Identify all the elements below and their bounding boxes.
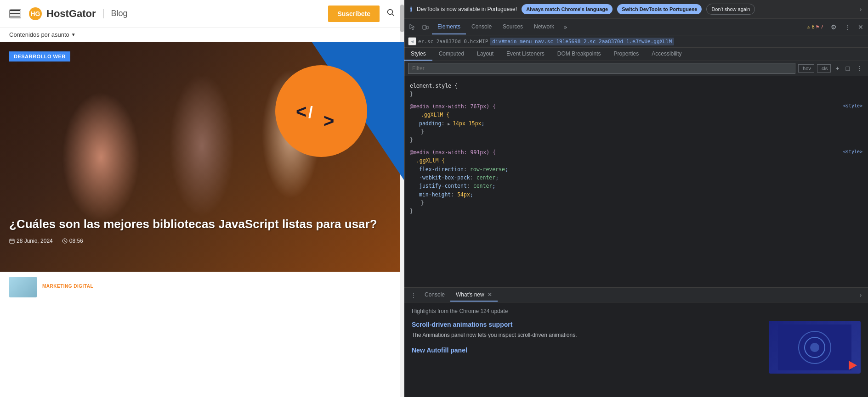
svg-point-19 <box>810 343 819 352</box>
logo-text: HostGator <box>46 8 96 20</box>
clock-icon <box>62 238 68 244</box>
info-icon: ℹ <box>410 6 412 13</box>
teaser-info: MARKETING DIGITAL <box>42 284 93 291</box>
hero-time: 08:56 <box>62 238 83 244</box>
subtab-accessibility[interactable]: Accessibility <box>645 48 688 61</box>
blog-text: Blog <box>111 9 128 18</box>
hero-date: 28 Junio, 2024 <box>9 238 53 244</box>
subtab-layout[interactable]: Layout <box>471 48 500 61</box>
bottom-tabs-more[interactable]: ⋮ <box>408 292 419 298</box>
subtab-styles[interactable]: Styles <box>404 48 432 61</box>
css-close-brace-1: } <box>410 91 413 97</box>
element-path: ◂ er.sc-2aa8370d-0.hcxMIP div#main-menu-… <box>404 35 868 48</box>
svg-rect-14 <box>423 25 426 29</box>
svg-rect-7 <box>10 239 14 243</box>
css-rule-media-991: @media (max-width: 991px) { <style> .ggX… <box>404 146 868 218</box>
scroll-thumb[interactable] <box>400 5 404 32</box>
device-icon <box>422 23 429 31</box>
play-button-icon <box>849 361 857 370</box>
site-header: HG HostGator Blog Suscríbete <box>0 0 404 28</box>
close-devtools-button[interactable]: ✕ <box>855 22 866 33</box>
bottom-expand-button[interactable]: › <box>857 291 864 299</box>
notification-text: DevTools is now available in Portuguese! <box>417 6 517 12</box>
tab-elements[interactable]: Elements <box>432 20 466 34</box>
hero-image: < / > DESARROLLO WEB ¿Cuáles son las mej… <box>0 42 404 272</box>
pseudo-class-button[interactable]: :hov <box>798 64 814 73</box>
path-item-1[interactable]: er.sc-2aa8370d-0.hcxMIP <box>418 39 488 45</box>
nav-label-text: Contenidos por asunto <box>9 31 69 38</box>
header-right: Suscríbete <box>328 6 395 22</box>
cls-button[interactable]: .cls <box>817 64 831 73</box>
header-left: HG HostGator Blog <box>9 6 128 21</box>
bottom-tabs: ⋮ Console What's new ✕ › <box>404 288 868 302</box>
devtools-settings: ⚠ 8 ⚑ 7 ⚙ ⋮ ✕ <box>805 22 867 33</box>
css-outer-close-991: } <box>410 208 413 214</box>
subscribe-button[interactable]: Suscríbete <box>328 6 380 22</box>
css-prop-webkit-box-pack: -webkit-box-pack: center; <box>410 174 499 181</box>
filter-bar: :hov .cls + □ ⋮ <box>404 61 868 76</box>
add-style-rule-button[interactable]: + <box>834 64 841 73</box>
error-icon: ⚑ <box>816 24 819 30</box>
tab-console[interactable]: Console <box>466 20 497 34</box>
svg-line-13 <box>65 241 66 242</box>
tab-network[interactable]: Network <box>528 20 560 34</box>
svg-text:HG: HG <box>31 10 40 17</box>
website-panel: HG HostGator Blog Suscríbete Contenidos … <box>0 0 404 397</box>
settings-button[interactable]: ⚙ <box>828 22 840 33</box>
more-tabs-button[interactable]: » <box>560 22 571 33</box>
inspect-element-button[interactable] <box>406 22 419 33</box>
svg-text:>: > <box>323 111 334 129</box>
whats-new-close-button[interactable]: ✕ <box>488 291 492 298</box>
bottom-tab-whats-new[interactable]: What's new ✕ <box>450 289 498 302</box>
more-options-button[interactable]: ⋮ <box>841 22 853 33</box>
svg-text:/: / <box>308 103 313 121</box>
notification-expand[interactable]: › <box>859 6 862 13</box>
tab-sources[interactable]: Sources <box>497 20 528 34</box>
svg-text:<: < <box>296 101 306 122</box>
subtab-properties[interactable]: Properties <box>607 48 646 61</box>
devtools-notification: ℹ DevTools is now available in Portugues… <box>404 0 868 19</box>
match-language-button[interactable]: Always match Chrome's language <box>522 4 613 14</box>
toggle-element-state-button[interactable]: □ <box>844 64 851 73</box>
svg-point-2 <box>388 10 393 15</box>
subtab-computed[interactable]: Computed <box>432 48 471 61</box>
bottom-tab-console[interactable]: Console <box>419 289 450 302</box>
subtab-dom-breakpoints[interactable]: DOM Breakpoints <box>551 48 607 61</box>
switch-language-button[interactable]: Switch DevTools to Portuguese <box>617 4 702 14</box>
warning-count: 8 <box>811 24 815 30</box>
devtools-panel: ℹ DevTools is now available in Portugues… <box>404 0 868 397</box>
animation-preview-svg <box>778 324 851 370</box>
feature-scroll-animations: Scroll-driven animations support The Ani… <box>412 321 861 339</box>
devtools-subtabs: Styles Computed Layout Event Listeners D… <box>404 48 868 61</box>
css-source-767[interactable]: <style> <box>843 102 862 110</box>
subtab-event-listeners[interactable]: Event Listeners <box>500 48 551 61</box>
cursor-icon <box>409 23 416 31</box>
code-svg: < / > <box>294 93 349 129</box>
css-outer-close-767: } <box>410 137 413 143</box>
filter-input[interactable] <box>408 63 795 74</box>
logo-divider <box>103 9 104 18</box>
nav-dropdown-arrow: ▼ <box>71 32 76 37</box>
path-item-2[interactable]: div#main-menu-nav.sc-191e5698-2.sc-2aa83… <box>490 38 674 45</box>
site-logo: HG HostGator Blog <box>28 6 128 21</box>
dont-show-again-button[interactable]: Don't show again <box>706 4 755 15</box>
hero-title: ¿Cuáles son las mejores bibliotecas Java… <box>9 217 395 232</box>
path-back-button[interactable]: ◂ <box>408 37 416 45</box>
hero-text: ¿Cuáles son las mejores bibliotecas Java… <box>9 217 395 244</box>
css-class-ggxllm-991: .ggXLlM { <box>410 157 445 164</box>
css-class-ggxllm-767: .ggXLlM { <box>410 112 449 118</box>
hamburger-button[interactable] <box>9 9 21 18</box>
logo-icon: HG <box>28 6 43 21</box>
css-source-991[interactable]: <style> <box>843 148 862 156</box>
devtools-toolbar: Elements Console Sources Network » ⚠ 8 ⚑… <box>404 19 868 35</box>
search-button[interactable] <box>386 8 395 19</box>
devtools-bottom: ⋮ Console What's new ✕ › Highlights from… <box>404 287 868 397</box>
css-at-media-991: @media (max-width: 991px) { <box>410 149 496 156</box>
more-style-options-button[interactable]: ⋮ <box>854 64 864 73</box>
whats-new-subtitle: Highlights from the Chrome 124 update <box>412 308 861 314</box>
nav-label[interactable]: Contenidos por asunto ▼ <box>9 31 76 38</box>
article-teaser[interactable]: MARKETING DIGITAL <box>0 272 404 302</box>
css-inner-close-991: } <box>410 200 424 206</box>
filter-actions: :hov .cls + □ ⋮ <box>798 64 864 73</box>
device-toolbar-button[interactable] <box>419 22 432 33</box>
